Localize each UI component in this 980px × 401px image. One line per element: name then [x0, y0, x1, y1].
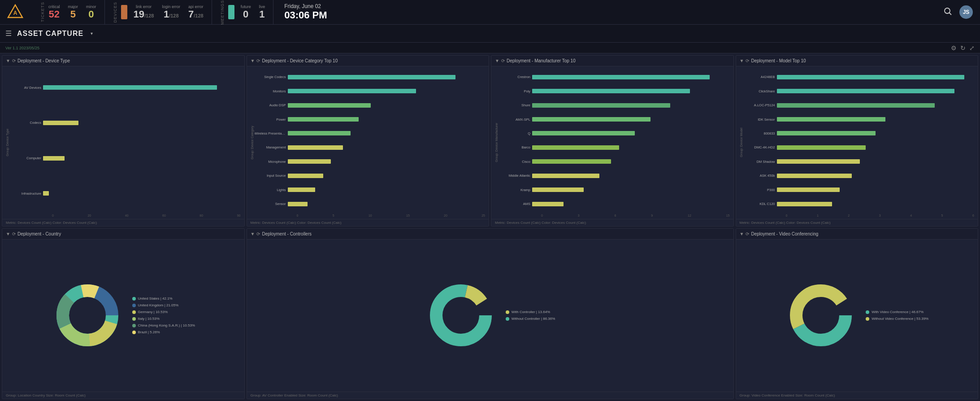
- bar-fill: [288, 202, 308, 206]
- bar-label: Sensor: [255, 202, 286, 206]
- filter-icon-1[interactable]: ▼: [6, 58, 10, 63]
- legend-controllers: With Controller | 13.64% Without Control…: [506, 310, 555, 321]
- time-display: 03:06 PM: [284, 9, 327, 21]
- y-axis-manufacturer: Group: Device Manufacturer: [495, 68, 498, 217]
- expand-icon-5[interactable]: ⟳: [12, 231, 16, 236]
- bar-row: Lights: [255, 187, 486, 193]
- panel-title-device-type: Deployment - Device Type: [17, 58, 241, 63]
- expand-icon-6[interactable]: ⟳: [256, 231, 260, 236]
- bar-row: Shure: [499, 102, 730, 109]
- filter-icon-7[interactable]: ▼: [740, 231, 744, 236]
- bar-fill: [532, 131, 635, 135]
- filter-icon-2[interactable]: ▼: [251, 58, 255, 63]
- bar-row: Single Codecs: [255, 74, 486, 80]
- bar-row: 800833: [744, 130, 975, 136]
- bar-label: ClickShare: [744, 89, 775, 93]
- filter-icon-4[interactable]: ▼: [740, 58, 744, 63]
- filter-icon-5[interactable]: ▼: [6, 231, 10, 236]
- svg-text:A: A: [13, 10, 17, 16]
- version-text: Ver 1.1 2023/05/25: [5, 46, 39, 50]
- critical-value: 52: [49, 9, 60, 20]
- bar-fill: [288, 75, 455, 79]
- svg-point-2: [945, 8, 950, 13]
- bar-label: Wireless Presentation: [255, 131, 286, 135]
- bar-label: P300: [744, 188, 775, 192]
- bar-fill: [43, 191, 49, 196]
- panel-header-country: ▼ ⟳ Deployment - Country: [2, 229, 244, 240]
- bar-fill: [777, 131, 876, 135]
- bar-row: P300: [744, 187, 975, 193]
- bar-row: Crestron: [499, 74, 730, 80]
- avatar[interactable]: JS: [959, 5, 973, 19]
- hamburger-menu[interactable]: ☰: [5, 29, 12, 38]
- bar-fill: [777, 145, 866, 150]
- bar-row: Kramp: [499, 187, 730, 193]
- bar-row: Computer: [10, 155, 241, 161]
- bar-label: Kramp: [499, 188, 530, 192]
- expand-icon-7[interactable]: ⟳: [746, 231, 749, 236]
- bar-fill: [532, 187, 584, 192]
- meetings-bar-indicator: [228, 5, 234, 19]
- svg-point-10: [70, 298, 104, 332]
- bar-label: AMX-SPL: [499, 118, 530, 122]
- dashboard: ▼ ⟳ Deployment - Device Type Group: Devi…: [0, 53, 980, 401]
- bar-row: ClickShare: [744, 88, 975, 94]
- expand-icon-4[interactable]: ⟳: [746, 58, 749, 63]
- login-error-metric: login error 1/128: [162, 4, 180, 20]
- panel-controllers: ▼ ⟳ Deployment - Controllers With Contro…: [247, 228, 734, 400]
- expand-icon-1[interactable]: ⟳: [12, 58, 16, 63]
- panel-header-device-type: ▼ ⟳ Deployment - Device Type: [2, 56, 244, 66]
- bar-fill: [532, 89, 690, 93]
- bar-fill: [288, 103, 371, 108]
- panel-header-manufacturer: ▼ ⟳ Deployment - Manufacturer Top 10: [491, 56, 733, 66]
- meetings-items: future 0 live 1: [241, 4, 265, 20]
- chart-body-manufacturer: Group: Device Manufacturer CrestronPolyS…: [491, 66, 733, 219]
- bar-track: [532, 75, 730, 79]
- bar-track: [777, 131, 975, 135]
- bar-label: KDL C120: [744, 202, 775, 206]
- live-metric: live 1: [259, 4, 265, 20]
- panel-title-country: Deployment - Country: [17, 231, 241, 236]
- bar-label: A.LOC-P5124: [744, 103, 775, 107]
- bar-row: Microphone: [255, 158, 486, 165]
- bar-row: Sensor: [255, 201, 486, 207]
- chart-footer-country: Group: Location Country Size: Room Count…: [2, 392, 244, 399]
- bar-label: Crestron: [499, 75, 530, 79]
- version-bar: Ver 1.1 2023/05/25 ⚙ ↻ ⤢: [0, 43, 980, 53]
- bar-fill: [288, 159, 331, 164]
- donut-svg-country: [52, 279, 123, 351]
- date-display: Friday, June 02: [284, 3, 321, 9]
- settings-icon[interactable]: ⚙: [951, 44, 957, 52]
- bar-label: DMC-4K-HD2: [744, 145, 775, 149]
- bar-row: DM Shadow: [744, 158, 975, 165]
- search-button[interactable]: [943, 7, 952, 18]
- axis-labels-device-type: 02040608090: [10, 214, 241, 217]
- bar-row: DMC-4K-HD2: [744, 144, 975, 151]
- expand-icon-3[interactable]: ⟳: [501, 58, 505, 63]
- filter-icon-3[interactable]: ▼: [495, 58, 499, 63]
- bar-track: [532, 131, 730, 135]
- axis-labels-model: 0123456: [744, 214, 975, 217]
- panel-title-model: Deployment - Model Top 10: [751, 58, 974, 63]
- bar-row: Cisco: [499, 158, 730, 165]
- bar-label: AMS: [499, 202, 530, 206]
- bar-row: AV Devices: [10, 84, 241, 91]
- bar-fill: [777, 75, 964, 79]
- tickets-items: critical 52 major 5 minor 0: [48, 4, 96, 20]
- panel-title-controllers: Deployment - Controllers: [262, 231, 729, 236]
- expand-icon[interactable]: ⤢: [969, 44, 975, 52]
- devices-label: devices: [113, 2, 117, 23]
- expand-icon-2[interactable]: ⟳: [256, 58, 260, 63]
- bar-track: [777, 174, 975, 178]
- panel-header-video-conf: ▼ ⟳ Deployment - Video Conferencing: [736, 229, 978, 240]
- refresh-icon[interactable]: ↻: [960, 44, 966, 52]
- app-logo[interactable]: A: [7, 4, 23, 20]
- bar-track: [532, 202, 730, 206]
- panel-video-conf: ▼ ⟳ Deployment - Video Conferencing With…: [736, 228, 979, 400]
- title-dropdown-arrow[interactable]: ▾: [91, 31, 93, 36]
- filter-icon-6[interactable]: ▼: [251, 231, 255, 236]
- bar-label: Management: [255, 145, 286, 149]
- bar-track: [532, 117, 730, 122]
- major-metric: major 5: [68, 4, 78, 20]
- axis-labels-device-category: 0510152025: [255, 214, 486, 217]
